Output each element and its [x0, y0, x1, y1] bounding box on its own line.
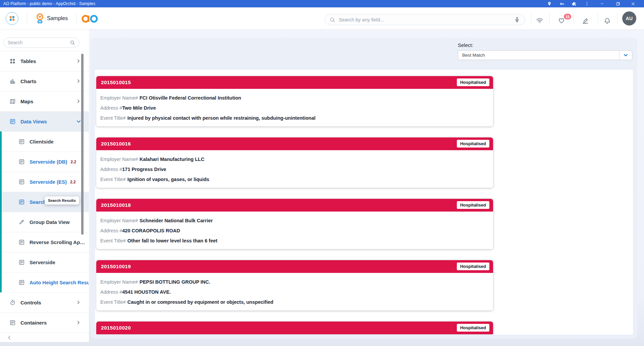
- result-card[interactable]: 2015010019 Hospitalised Employer Name# P…: [96, 260, 493, 310]
- sort-select[interactable]: Best Match: [458, 50, 632, 60]
- minimize-button[interactable]: [598, 0, 606, 7]
- result-card-header: 2015010015 Hospitalised: [96, 76, 493, 89]
- event-title-label: Event Title#: [100, 177, 126, 182]
- result-card-header: 2015010020 Hospitalised: [96, 322, 493, 334]
- browser-menu-icon[interactable]: [583, 0, 591, 7]
- extensions-icon[interactable]: [570, 0, 578, 7]
- chevron-right-icon: [76, 59, 82, 64]
- chevron-down-icon: [619, 51, 632, 60]
- sidebar-item-serverside-es[interactable]: Serverside (ES) 2.2: [0, 172, 89, 192]
- sidebar-item-label: Group Data View: [30, 219, 70, 225]
- divider: [549, 13, 550, 23]
- key-icon[interactable]: [557, 0, 566, 7]
- doc-icon: [18, 159, 25, 165]
- record-id: 2015010015: [96, 79, 131, 85]
- employer-value: Schneider National Bulk Carrier: [140, 218, 213, 223]
- tooltip: Search Results: [45, 196, 79, 205]
- sidebar-item-controls[interactable]: Controls: [0, 292, 89, 312]
- chevron-right-icon: [76, 99, 82, 104]
- wifi-icon[interactable]: [536, 17, 544, 24]
- favorites-count-badge: 15: [564, 14, 571, 19]
- sidebar-search: [3, 38, 79, 48]
- result-card-body: Employer Name# PEPSI BOTTLING GROUP INC.…: [96, 273, 493, 310]
- sidebar-item-auto-height-search-result[interactable]: Auto Height Search Result: [0, 272, 89, 292]
- samples-app-icon[interactable]: [35, 13, 45, 24]
- microphone-icon[interactable]: [514, 16, 520, 23]
- pinwheel-logo-icon: [8, 15, 16, 22]
- event-title-label: Event Title#: [100, 115, 126, 121]
- event-title-value: Caught in or compressed by equipment or …: [127, 299, 273, 305]
- sidebar-item-label: Serverside (DB): [30, 159, 67, 165]
- sidebar-item-label: Reverse Scrolling Ap…: [30, 239, 85, 245]
- chevron-right-icon: [76, 320, 82, 326]
- results-panel: 2015010015 Hospitalised Employer Name# F…: [95, 70, 633, 335]
- restore-button[interactable]: [613, 0, 622, 7]
- event-title-label: Event Title#: [100, 238, 126, 243]
- result-card[interactable]: 2015010015 Hospitalised Employer Name# F…: [96, 76, 493, 126]
- chevron-right-icon: [76, 300, 82, 305]
- notifications-bell-icon[interactable]: [603, 17, 611, 25]
- status-badge: Hospitalised: [457, 201, 489, 209]
- divider: [574, 13, 574, 23]
- address-value: 171 Progress Drive: [122, 167, 166, 172]
- search-icon: [329, 17, 335, 23]
- sidebar-item-group-data-view[interactable]: Group Data View: [0, 212, 89, 232]
- result-card[interactable]: 2015010020 Hospitalised: [96, 322, 493, 334]
- global-search-input[interactable]: [339, 17, 514, 22]
- doc-icon: [18, 179, 25, 185]
- apporchid-logo: [82, 13, 98, 23]
- sort-select-value: Best Match: [458, 53, 619, 58]
- address-label: Address #: [100, 289, 122, 295]
- location-icon[interactable]: [545, 0, 554, 7]
- app-launcher-button[interactable]: [6, 12, 18, 25]
- user-avatar[interactable]: AU: [622, 11, 636, 25]
- sidebar-item-charts[interactable]: Charts: [0, 71, 89, 91]
- result-card-header: 2015010016 Hospitalised: [96, 137, 493, 150]
- sidebar-item-serverside[interactable]: Serverside: [0, 252, 89, 272]
- doc-icon: [18, 259, 25, 266]
- chevron-left-icon: [7, 335, 12, 340]
- map-icon: [9, 98, 16, 105]
- sidebar-item-label: Containers: [20, 320, 47, 326]
- divider: [76, 13, 76, 23]
- employer-label: Employer Name#: [100, 279, 138, 285]
- status-badge: Hospitalised: [457, 263, 489, 270]
- sidebar-search-input[interactable]: [8, 40, 70, 45]
- record-id: 2015010016: [96, 141, 131, 147]
- employer-label: Employer Name#: [100, 95, 138, 101]
- result-card[interactable]: 2015010018 Hospitalised Employer Name# S…: [96, 199, 493, 249]
- result-card[interactable]: 2015010016 Hospitalised Employer Name# K…: [96, 137, 493, 188]
- status-badge: Hospitalised: [457, 324, 489, 332]
- event-title-value: Other fall to lower level less than 6 fe…: [127, 238, 217, 243]
- results-list: 2015010015 Hospitalised Employer Name# F…: [96, 76, 493, 335]
- chevron-down-icon: [76, 119, 82, 124]
- sidebar-item-reverse-scrolling-ap[interactable]: Reverse Scrolling Ap…: [0, 232, 89, 252]
- sidebar-collapse-button[interactable]: [0, 333, 89, 342]
- submenu-indicator-bar: [0, 131, 2, 292]
- grid-icon: [9, 58, 16, 65]
- sidebar-item-serverside-db[interactable]: Serverside (DB) 2.2: [0, 152, 89, 172]
- employer-value: Kalahari Manufacturing LLC: [140, 157, 204, 162]
- divider: [598, 13, 598, 23]
- main-panel: Select: Best Match 2015010015 Hospitalis…: [91, 38, 637, 339]
- window-title: AO Platform - public demo - AppOrchid - …: [3, 1, 95, 6]
- annotation-pen-icon[interactable]: [582, 17, 589, 25]
- record-id: 2015010020: [96, 325, 131, 331]
- employer-value: PEPSI BOTTLING GROUP INC.: [140, 279, 210, 285]
- divider: [27, 13, 27, 23]
- sidebar-item-clientside[interactable]: Clientside: [0, 131, 89, 152]
- chart-icon: [9, 78, 16, 85]
- sidebar-item-containers[interactable]: Containers: [0, 312, 89, 333]
- result-card-header: 2015010018 Hospitalised: [96, 199, 493, 212]
- sidebar-item-data-views[interactable]: Data Views: [0, 111, 89, 131]
- event-title-label: Event Title#: [100, 299, 126, 305]
- address-value: 420 CORAOPOLIS ROAD: [122, 228, 180, 233]
- doc-icon: [18, 279, 25, 286]
- sidebar-item-label: Serverside: [30, 260, 55, 265]
- sidebar-item-maps[interactable]: Maps: [0, 91, 89, 111]
- sidebar-scrollbar-thumb[interactable]: [81, 54, 84, 235]
- doc-icon: [18, 199, 25, 206]
- sidebar-item-tables[interactable]: Tables: [0, 51, 89, 71]
- close-button[interactable]: [629, 0, 637, 7]
- result-card-body: Employer Name# FCI Otisville Federal Cor…: [96, 89, 493, 126]
